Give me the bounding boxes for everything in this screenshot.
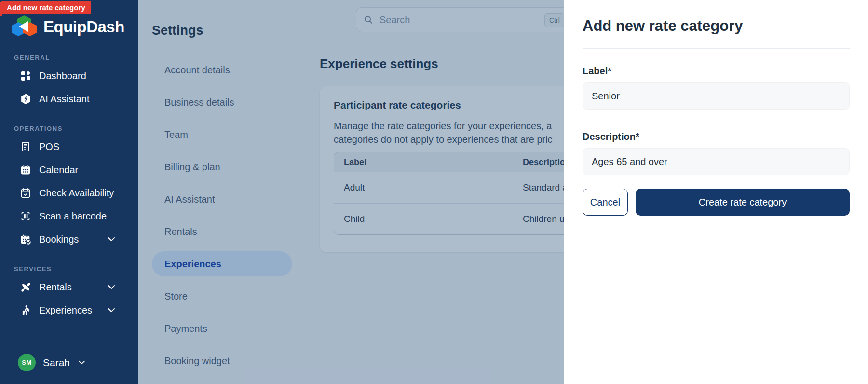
settings-nav-rentals[interactable]: Rentals [152,219,292,244]
label-field-label: Label* [583,65,850,77]
sidebar-item-label: Experiences [39,305,92,316]
table-row[interactable]: Child Children under [334,203,564,234]
description-field-label: Description* [583,131,850,142]
card-title: Participant rate categories [334,99,564,111]
sidebar-item-experiences[interactable]: Experiences [0,299,138,322]
settings-nav-billing-plan[interactable]: Billing & plan [152,154,292,179]
card-description-line: categories do not apply to experiences t… [334,134,553,145]
user-name: Sarah [43,357,70,369]
sidebar-item-label: Scan a barcode [39,211,107,222]
kayak-paddles-icon [19,281,32,293]
sidebar-item-label: Calendar [39,165,78,176]
global-search[interactable]: Ctrl [356,7,564,32]
add-rate-category-drawer: Add new rate category Label* Description… [564,0,868,384]
search-icon [363,14,374,25]
card-description-line: Manage the rate categories for your expe… [334,121,552,131]
settings-nav: Account details Business details Team Bi… [152,48,292,381]
sidebar-item-scan-barcode[interactable]: Scan a barcode [0,205,138,228]
settings-nav-payments[interactable]: Payments [152,316,292,341]
sidebar-item-dashboard[interactable]: Dashboard [0,64,138,87]
settings-nav-booking-widget[interactable]: Booking widget [152,348,292,373]
chevron-down-icon [78,360,85,365]
settings-nav-ai-assistant[interactable]: AI Assistant [152,187,292,212]
cell-label: Adult [334,172,513,203]
section-label-services: SERVICES [14,265,138,273]
sidebar-item-label: POS [39,141,59,152]
search-input[interactable] [379,14,515,26]
settings-content: Experience settings Participant rate cat… [320,48,564,252]
column-header-label: Label [334,152,513,172]
cancel-button[interactable]: Cancel [583,189,628,216]
settings-nav-account-details[interactable]: Account details [152,57,292,82]
content-heading: Experience settings [320,55,564,72]
cell-label: Child [334,203,513,234]
description-field-input[interactable] [583,148,850,175]
sidebar-item-calendar[interactable]: Calendar [0,158,138,181]
section-label-operations: OPERATIONS [14,125,138,132]
sidebar-item-ai-assistant[interactable]: AI Assistant [0,87,138,110]
sidebar-item-label: Rentals [39,282,72,293]
page-title: Settings [152,23,203,38]
sidebar-item-rentals[interactable]: Rentals [0,275,138,299]
sidebar-item-pos[interactable]: POS [0,135,138,158]
drawer-divider [583,48,850,49]
settings-nav-store[interactable]: Store [152,284,292,309]
avatar: SM [18,354,36,371]
user-menu[interactable]: SM Sarah [18,354,85,371]
sidebar: Add new rate category EquipDash GENERAL [0,0,138,384]
pos-terminal-icon [19,140,32,153]
participant-rate-categories-card: Participant rate categories Manage the r… [320,86,564,252]
ctrl-key-badge: Ctrl [544,13,564,27]
label-field-input[interactable] [583,82,850,110]
sidebar-item-check-availability[interactable]: Check Availability [0,181,138,205]
barcode-scan-icon [19,210,32,222]
logo-text: EquipDash [43,18,124,36]
drawer-title: Add new rate category [583,16,850,36]
section-label-general: GENERAL [14,54,138,61]
main-header: Settings Ctrl [138,0,564,48]
create-rate-category-button[interactable]: Create rate category [636,189,850,216]
sidebar-item-label: Check Availability [39,188,114,199]
column-header-description: Description [513,152,564,172]
bookings-calendar-icon [19,233,32,246]
sidebar-item-label: Bookings [39,234,79,245]
cell-description: Children under [513,203,564,234]
sidebar-item-label: Dashboard [39,70,86,82]
table-header-row: Label Description [334,152,564,172]
card-description: Manage the rate categories for your expe… [334,119,564,146]
element-inspector-badge: Add new rate category [1,1,91,14]
hiker-icon [19,304,32,316]
equipdash-logo-icon [12,14,37,40]
drawer-actions: Cancel Create rate category [583,189,850,216]
calendar-check-icon [19,187,32,199]
chevron-down-icon [108,285,115,289]
app-window: Add new rate category EquipDash GENERAL [0,0,868,384]
main-content: Settings Ctrl Account details Business d… [138,0,564,384]
table-row[interactable]: Adult Standard adult [334,172,564,203]
settings-nav-experiences[interactable]: Experiences [152,251,292,276]
chevron-down-icon [108,308,115,313]
settings-nav-business-details[interactable]: Business details [152,90,292,115]
sidebar-item-label: AI Assistant [39,94,90,105]
rate-categories-table: Label Description Adult Standard adult C… [334,152,564,235]
cell-description: Standard adult [513,172,564,203]
calendar-icon [19,164,32,176]
settings-nav-team[interactable]: Team [152,122,292,147]
chevron-down-icon [108,237,115,242]
sidebar-item-bookings[interactable]: Bookings [0,228,138,251]
dashboard-icon [19,69,32,82]
ai-assistant-icon [19,93,32,105]
